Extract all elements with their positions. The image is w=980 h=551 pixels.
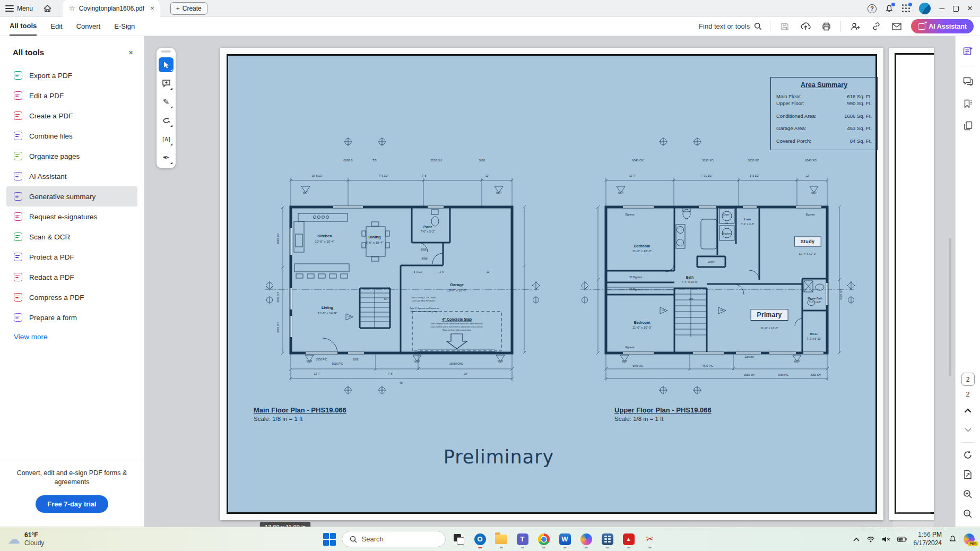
save-icon[interactable]: [778, 20, 791, 33]
menu-label[interactable]: Menu: [17, 5, 33, 12]
free-trial-button[interactable]: Free 7-day trial: [36, 495, 108, 513]
taskbar-app-teams[interactable]: T: [515, 530, 531, 549]
find-text-button[interactable]: Find text or tools: [699, 22, 762, 30]
avatar[interactable]: [919, 3, 931, 14]
select-tool[interactable]: [159, 57, 174, 72]
window-restore-icon[interactable]: [953, 6, 959, 12]
rotate-page-icon[interactable]: [960, 447, 975, 462]
tab-all-tools[interactable]: All tools: [10, 17, 37, 36]
create-button[interactable]: + Create: [170, 2, 207, 15]
sidebar-item-create-a-pdf[interactable]: Create a PDF: [6, 106, 137, 126]
comment-tool[interactable]: [159, 76, 174, 91]
sidebar-item-generative-summary[interactable]: Generative summary: [6, 186, 137, 206]
file-explorer-icon: [495, 535, 507, 544]
share-upload-icon[interactable]: [799, 20, 812, 33]
add-text-tool[interactable]: [A]: [159, 132, 174, 147]
tab-edit[interactable]: Edit: [50, 17, 62, 36]
tab-convert[interactable]: Convert: [76, 17, 101, 36]
taskbar-app-word[interactable]: W: [557, 530, 573, 549]
fit-page-icon[interactable]: [960, 467, 975, 482]
start-button[interactable]: [323, 532, 336, 546]
pdf-page[interactable]: Area Summary Main Floor:616 Sq. Ft.Upper…: [220, 48, 883, 520]
clock-widget[interactable]: 1:56 PM 6/17/2024: [914, 531, 942, 547]
taskbar-app-copilot[interactable]: [578, 530, 594, 549]
preliminary-watermark-text: Preliminary: [409, 446, 589, 468]
sidebar-item-redact-a-pdf[interactable]: Redact a PDF: [6, 267, 137, 287]
tab-esign[interactable]: E-Sign: [114, 17, 135, 36]
taskbar-app-task-view[interactable]: [451, 530, 467, 549]
menu-icon[interactable]: [5, 5, 14, 12]
plan-text: 3050 SH: [744, 374, 754, 376]
main-plan-title: Main Floor Plan - PHS19.066: [254, 406, 346, 414]
plan-text: W.I.C.: [810, 333, 818, 336]
zoom-out-icon[interactable]: [960, 506, 975, 521]
highlight-lasso-tool[interactable]: [159, 113, 174, 128]
taskbar-app-calculator[interactable]: [600, 530, 615, 549]
next-page-edge[interactable]: [889, 48, 934, 520]
draw-tool[interactable]: ✎: [159, 94, 174, 109]
sidebar-item-combine-files[interactable]: Combine files: [6, 126, 137, 146]
ai-assistant-button[interactable]: AI Assistant: [911, 19, 974, 33]
apps-grid-icon[interactable]: [902, 4, 910, 13]
scan-ocr-icon: [14, 233, 22, 241]
bookmarks-icon[interactable]: [960, 96, 975, 111]
upper-plan-title: Upper Floor Plan - PHS19.066: [614, 406, 712, 414]
help-icon[interactable]: ?: [868, 4, 877, 13]
taskbar-app-outlook[interactable]: O: [472, 530, 488, 549]
plan-text: 11'-6" x 12'-0": [760, 327, 778, 330]
page-thumbnails-icon[interactable]: [960, 118, 975, 133]
sidebar-item-ai-assistant[interactable]: AI Assistant: [6, 166, 137, 186]
home-icon[interactable]: [39, 2, 55, 15]
weather-widget[interactable]: ☁ 61°F Cloudy: [0, 531, 44, 547]
sidebar-item-prepare-a-form[interactable]: Prepare a form: [6, 307, 137, 328]
sidebar-item-protect-a-pdf[interactable]: Protect a PDF: [6, 247, 137, 267]
plan-text: 9'-6" x 10'-4": [366, 241, 384, 244]
star-icon[interactable]: ☆: [69, 4, 75, 12]
vertical-scrollbar[interactable]: [949, 238, 951, 376]
taskbar-app-acrobat[interactable]: ▲: [621, 530, 637, 549]
sidebar-item-compress-a-pdf[interactable]: Compress a PDF: [6, 287, 137, 307]
document-tab[interactable]: ☆ Covingtonplan1606.pdf ×: [63, 0, 160, 17]
generative-summary-icon[interactable]: [960, 44, 975, 58]
email-icon[interactable]: [890, 20, 903, 33]
blueprint-sheet: Area Summary Main Floor:616 Sq. Ft.Upper…: [227, 54, 877, 514]
sidebar-item-export-a-pdf[interactable]: Export a PDF: [6, 65, 137, 85]
page-number-input[interactable]: 2: [961, 373, 975, 386]
tray-expand-icon[interactable]: [853, 537, 860, 541]
sidebar-item-label: Generative summary: [29, 193, 96, 201]
link-icon[interactable]: [870, 20, 882, 33]
ai-assistant-icon: [14, 172, 22, 180]
main-floor-plan: WSPWSP6068 STG2030 SH306810'-8 1/2"7'-6 …: [259, 130, 545, 401]
next-page-icon[interactable]: [960, 423, 975, 437]
sidebar-item-scan-ocr[interactable]: Scan & OCR: [6, 227, 137, 247]
sidebar-item-edit-a-pdf[interactable]: Edit a PDF: [6, 85, 137, 106]
window-close-icon[interactable]: ×: [967, 3, 973, 14]
tab-close-icon[interactable]: ×: [150, 4, 154, 12]
volume-muted-icon[interactable]: [882, 536, 890, 543]
taskbar-app-file-explorer[interactable]: [493, 530, 509, 549]
sidebar-item-request-e-signatures[interactable]: Request e-signatures: [6, 206, 137, 227]
toolbar-drag-handle[interactable]: [161, 50, 171, 53]
view-more-link[interactable]: View more: [0, 328, 48, 341]
plan-text: Bedroom: [634, 321, 651, 324]
battery-icon[interactable]: [897, 537, 907, 542]
taskbar-app-snipping-tool[interactable]: ✂: [642, 530, 658, 549]
tray-notifications-icon[interactable]: [949, 535, 957, 543]
comments-icon[interactable]: [960, 74, 975, 89]
zoom-in-icon[interactable]: [960, 487, 975, 502]
taskbar-search-input[interactable]: Search: [342, 531, 446, 547]
notifications-bell-icon[interactable]: [885, 4, 894, 13]
copilot-preview-icon[interactable]: PRE: [964, 533, 975, 545]
window-minimize-icon[interactable]: ─: [939, 4, 944, 13]
taskbar-app-chrome[interactable]: [536, 530, 552, 549]
print-icon[interactable]: [820, 20, 832, 33]
panel-close-icon[interactable]: ×: [128, 48, 133, 57]
plan-text: GB: [725, 222, 728, 225]
previous-page-icon[interactable]: [960, 403, 975, 418]
fill-sign-tool[interactable]: ✒: [159, 150, 174, 165]
sidebar-item-organize-pages[interactable]: Organize pages: [6, 146, 137, 166]
wifi-icon[interactable]: [866, 536, 875, 543]
request-signature-icon[interactable]: [849, 20, 862, 33]
tab-title: Covingtonplan1606.pdf: [79, 5, 144, 12]
plan-text: GB: [720, 309, 723, 312]
